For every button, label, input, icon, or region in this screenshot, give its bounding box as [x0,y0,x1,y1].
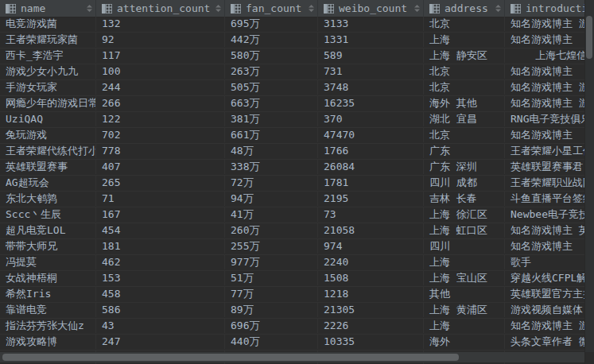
cell-weibo-count[interactable]: 21305 [318,303,424,317]
cell-weibo-count[interactable]: 26084 [318,160,424,174]
cell-weibo-count[interactable]: 16235 [318,96,424,110]
cell-fan-count[interactable]: 51万 [225,271,318,285]
cell-attention-count[interactable]: 181 [96,239,225,254]
column-header-name[interactable]: name [0,0,96,17]
cell-fan-count[interactable]: 505万 [225,80,318,95]
cell-weibo-count[interactable]: 589 [318,48,424,63]
cell-address[interactable]: 四川 成都 [424,176,505,190]
cell-name[interactable]: 带带大师兄 [0,239,96,254]
cell-introduction[interactable]: 知名游戏博主 [505,64,594,79]
cell-introduction[interactable]: 知名游戏博主 游戏视频自媒体 [505,319,594,333]
cell-attention-count[interactable]: 122 [96,112,225,126]
vertical-scrollbar-thumb[interactable] [586,16,592,59]
cell-introduction[interactable]: 王者荣耀职业战队AG超玩会 [505,176,594,190]
cell-introduction[interactable]: 上海七煌信息科技有限公司 [505,48,594,63]
cell-name[interactable]: 希然Iris [0,287,96,301]
cell-introduction[interactable]: 知名游戏博主 游戏视频自媒体 [505,17,594,31]
cell-weibo-count[interactable]: 2240 [318,255,424,269]
cell-introduction[interactable]: 英雄联盟赛事君 [505,160,594,174]
cell-fan-count[interactable]: 263万 [225,64,318,79]
vertical-scrollbar[interactable] [584,0,594,364]
cell-weibo-count[interactable]: 1218 [318,287,424,301]
cell-fan-count[interactable]: 695万 [225,17,318,31]
cell-fan-count[interactable]: 260万 [225,223,318,238]
cell-name[interactable]: 网瘾少年的游戏日常 [0,96,96,110]
cell-introduction[interactable]: 头条文章作者 微博原创视频博主 [505,335,594,349]
cell-name[interactable]: 英雄联盟赛事 [0,160,96,174]
cell-address[interactable]: 上海 黄浦区 [424,303,505,317]
cell-introduction[interactable]: 知名游戏博主 [505,239,594,254]
cell-introduction[interactable]: 王者荣耀小星工作室 [505,144,594,158]
cell-weibo-count[interactable]: 1766 [318,144,424,158]
cell-fan-count[interactable]: 381万 [225,112,318,126]
column-header-weibo-count[interactable]: weibo_count [318,0,424,17]
cell-introduction[interactable]: 穿越火线CFPL解说 [505,271,594,285]
cell-weibo-count[interactable]: 73 [318,207,424,222]
cell-address[interactable]: 广东 [424,144,505,158]
cell-name[interactable]: 东北大鹌鹑 [0,192,96,206]
cell-weibo-count[interactable]: 1331 [318,33,424,47]
cell-attention-count[interactable]: 702 [96,128,225,142]
cell-fan-count[interactable]: 72万 [225,176,318,190]
cell-name[interactable]: 手游女玩家 [0,80,96,95]
cell-fan-count[interactable]: 696万 [225,319,318,333]
cell-address[interactable]: 北京 [424,17,505,31]
cell-introduction[interactable]: 游戏视频自媒体 [505,303,594,317]
cell-address[interactable]: 上海 徐汇区 [424,207,505,222]
column-header-attention-count[interactable]: attention_count [96,0,225,17]
cell-fan-count[interactable]: 580万 [225,48,318,63]
cell-attention-count[interactable]: 454 [96,223,225,238]
cell-address[interactable]: 四川 [424,239,505,254]
cell-address[interactable]: 上海 宝山区 [424,271,505,285]
cell-name[interactable]: 女战神梧桐 [0,271,96,285]
cell-name[interactable]: 兔玩游戏 [0,128,96,142]
cell-attention-count[interactable]: 92 [96,33,225,47]
cell-address[interactable]: 湖北 宜昌 [424,112,505,126]
cell-name[interactable]: 靠谱电竞 [0,303,96,317]
cell-weibo-count[interactable]: 1508 [318,271,424,285]
cell-introduction[interactable]: 知名游戏博主 游戏视频自媒体 [505,96,594,110]
sort-arrows-icon[interactable] [215,5,221,12]
cell-attention-count[interactable]: 244 [96,80,225,95]
cell-address[interactable]: 吉林 长春 [424,192,505,206]
cell-address[interactable]: 北京 [424,64,505,79]
horizontal-scrollbar-thumb[interactable] [2,354,459,361]
cell-attention-count[interactable]: 43 [96,319,225,333]
cell-fan-count[interactable]: 48万 [225,144,318,158]
cell-name[interactable]: UziQAQ [0,112,96,126]
cell-attention-count[interactable]: 407 [96,160,225,174]
cell-weibo-count[interactable]: 974 [318,239,424,254]
cell-name[interactable]: 指法芬芳张大仙z [0,319,96,333]
cell-attention-count[interactable]: 778 [96,144,225,158]
column-header-address[interactable]: address [424,0,505,17]
cell-weibo-count[interactable]: 370 [318,112,424,126]
horizontal-scrollbar[interactable] [0,352,585,362]
cell-attention-count[interactable]: 167 [96,207,225,222]
cell-attention-count[interactable]: 462 [96,255,225,269]
cell-attention-count[interactable]: 153 [96,271,225,285]
cell-name[interactable]: 游戏攻略博 [0,335,96,349]
cell-address[interactable]: 北京 [424,80,505,95]
cell-introduction[interactable]: 英雄联盟官方主持人 [505,287,594,301]
cell-attention-count[interactable]: 586 [96,303,225,317]
cell-fan-count[interactable]: 977万 [225,255,318,269]
column-header-fan-count[interactable]: fan_count [225,0,318,17]
cell-fan-count[interactable]: 442万 [225,33,318,47]
cell-fan-count[interactable]: 663万 [225,96,318,110]
cell-weibo-count[interactable]: 2226 [318,319,424,333]
cell-weibo-count[interactable]: 1781 [318,176,424,190]
cell-attention-count[interactable]: 100 [96,64,225,79]
cell-introduction[interactable]: 知名游戏博主 游戏视频自媒体 [505,80,594,95]
cell-attention-count[interactable]: 247 [96,335,225,349]
cell-weibo-count[interactable]: 3133 [318,17,424,31]
cell-fan-count[interactable]: 77万 [225,287,318,301]
cell-address[interactable]: 上海 静安区 [424,48,505,63]
cell-weibo-count[interactable]: 731 [318,64,424,79]
cell-address[interactable]: 上海 [424,255,505,269]
cell-attention-count[interactable]: 458 [96,287,225,301]
cell-address[interactable]: 上海 [424,33,505,47]
cell-fan-count[interactable]: 338万 [225,160,318,174]
cell-introduction[interactable]: 歌手 [505,255,594,269]
cell-name[interactable]: 冯提莫 [0,255,96,269]
cell-address[interactable]: 上海 [424,319,505,333]
